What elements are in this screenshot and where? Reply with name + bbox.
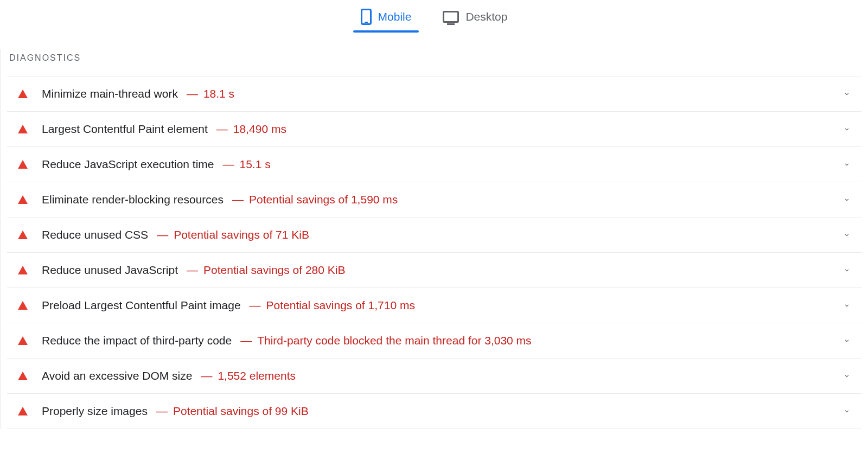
tab-mobile-label: Mobile bbox=[378, 10, 412, 23]
diagnostic-row[interactable]: Reduce JavaScript execution time—15.1 s bbox=[7, 147, 861, 182]
fail-triangle-icon bbox=[18, 195, 28, 204]
diagnostic-row[interactable]: Avoid an excessive DOM size—1,552 elemen… bbox=[7, 359, 861, 394]
diagnostic-title: Reduce unused JavaScript bbox=[42, 264, 178, 277]
fail-triangle-icon bbox=[18, 89, 28, 98]
diagnostic-detail: 18,490 ms bbox=[233, 123, 286, 136]
chevron-down-icon bbox=[843, 231, 851, 239]
fail-triangle-icon bbox=[18, 160, 28, 169]
diagnostic-title: Reduce JavaScript execution time bbox=[42, 158, 214, 171]
diagnostic-row[interactable]: Reduce the impact of third-party code—Th… bbox=[7, 323, 861, 359]
mobile-icon bbox=[361, 9, 372, 25]
separator: — bbox=[187, 264, 198, 277]
diagnostic-detail: Potential savings of 1,710 ms bbox=[266, 299, 415, 312]
separator: — bbox=[157, 228, 168, 241]
separator: — bbox=[187, 87, 198, 100]
separator: — bbox=[216, 123, 228, 136]
separator: — bbox=[223, 158, 234, 171]
diagnostic-detail: 15.1 s bbox=[240, 158, 271, 171]
diagnostic-title: Properly size images bbox=[42, 405, 148, 418]
separator: — bbox=[232, 193, 244, 206]
fail-triangle-icon bbox=[18, 407, 28, 415]
chevron-down-icon bbox=[843, 196, 851, 203]
diagnostic-title: Largest Contentful Paint element bbox=[42, 123, 208, 136]
chevron-down-icon bbox=[843, 302, 851, 309]
chevron-down-icon bbox=[843, 407, 851, 415]
diagnostic-title: Minimize main-thread work bbox=[42, 87, 178, 100]
diagnostic-row[interactable]: Largest Contentful Paint element—18,490 … bbox=[7, 112, 861, 147]
chevron-down-icon bbox=[843, 90, 851, 98]
diagnostics-list: Minimize main-thread work—18.1 sLargest … bbox=[7, 76, 861, 429]
tab-desktop[interactable]: Desktop bbox=[441, 7, 509, 31]
separator: — bbox=[250, 299, 261, 312]
fail-triangle-icon bbox=[18, 266, 28, 274]
diagnostic-detail: 18.1 s bbox=[203, 87, 234, 100]
diagnostic-title: Avoid an excessive DOM size bbox=[42, 369, 192, 382]
diagnostic-detail: Potential savings of 1,590 ms bbox=[249, 193, 398, 206]
diagnostic-row[interactable]: Properly size images—Potential savings o… bbox=[7, 394, 861, 429]
fail-triangle-icon bbox=[18, 231, 28, 239]
fail-triangle-icon bbox=[18, 301, 28, 310]
diagnostic-row[interactable]: Reduce unused CSS—Potential savings of 7… bbox=[7, 218, 861, 253]
chevron-down-icon bbox=[843, 161, 851, 168]
device-tabs: Mobile Desktop bbox=[0, 0, 868, 33]
section-title: DIAGNOSTICS bbox=[7, 49, 861, 76]
diagnostics-section: DIAGNOSTICS Minimize main-thread work—18… bbox=[0, 49, 868, 429]
diagnostic-detail: Third-party code blocked the main thread… bbox=[257, 334, 531, 347]
chevron-down-icon bbox=[843, 372, 851, 380]
fail-triangle-icon bbox=[18, 125, 28, 133]
diagnostic-row[interactable]: Eliminate render-blocking resources—Pote… bbox=[7, 182, 861, 218]
fail-triangle-icon bbox=[18, 372, 28, 380]
separator: — bbox=[201, 369, 212, 382]
diagnostic-title: Reduce the impact of third-party code bbox=[42, 334, 232, 347]
fail-triangle-icon bbox=[18, 336, 28, 345]
diagnostic-row[interactable]: Reduce unused JavaScript—Potential savin… bbox=[7, 253, 861, 288]
chevron-down-icon bbox=[843, 337, 851, 344]
diagnostic-title: Reduce unused CSS bbox=[42, 228, 148, 241]
desktop-icon bbox=[443, 11, 459, 23]
separator: — bbox=[240, 334, 252, 347]
tab-mobile[interactable]: Mobile bbox=[359, 5, 414, 33]
chevron-down-icon bbox=[843, 266, 851, 274]
diagnostic-title: Preload Largest Contentful Paint image bbox=[42, 299, 241, 312]
diagnostic-detail: 1,552 elements bbox=[218, 369, 296, 382]
separator: — bbox=[156, 405, 168, 418]
diagnostic-row[interactable]: Minimize main-thread work—18.1 s bbox=[7, 76, 861, 112]
tab-desktop-label: Desktop bbox=[465, 10, 507, 23]
chevron-down-icon bbox=[843, 125, 851, 133]
diagnostic-detail: Potential savings of 71 KiB bbox=[174, 228, 309, 241]
diagnostic-detail: Potential savings of 99 KiB bbox=[173, 405, 309, 418]
diagnostic-row[interactable]: Preload Largest Contentful Paint image—P… bbox=[7, 288, 861, 323]
diagnostic-detail: Potential savings of 280 KiB bbox=[203, 264, 346, 277]
diagnostic-title: Eliminate render-blocking resources bbox=[42, 193, 224, 206]
